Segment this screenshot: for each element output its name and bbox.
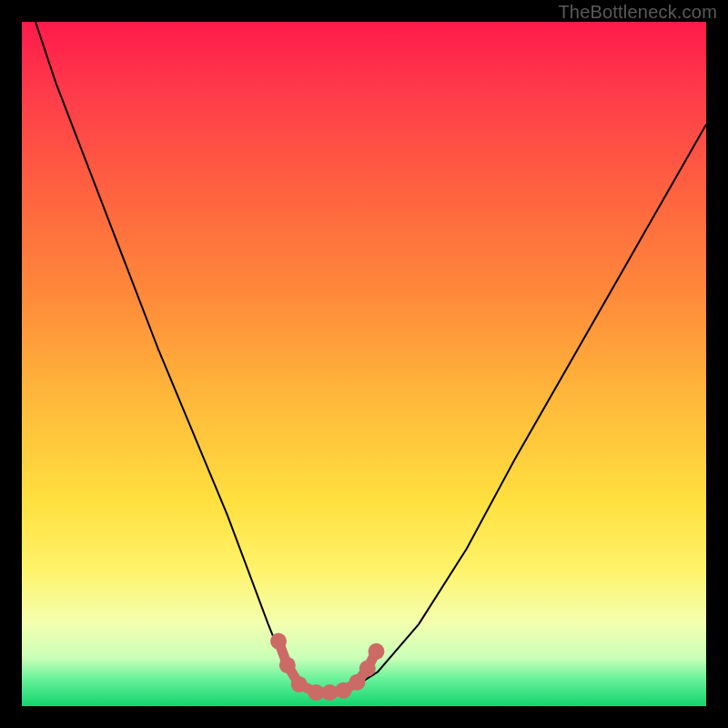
optimal-marker bbox=[270, 633, 287, 650]
curve-path bbox=[35, 22, 706, 693]
chart-plot-area bbox=[22, 22, 706, 706]
optimal-marker bbox=[369, 643, 385, 660]
watermark-text: TheBottleneck.com bbox=[558, 2, 717, 23]
optimal-marker bbox=[279, 657, 296, 673]
chart-frame: TheBottleneck.com bbox=[0, 0, 728, 728]
optimal-marker bbox=[291, 676, 308, 693]
optimal-marker bbox=[349, 674, 366, 691]
optimal-marker bbox=[335, 682, 351, 699]
bottleneck-curve bbox=[22, 22, 706, 706]
optimal-marker bbox=[359, 661, 376, 677]
